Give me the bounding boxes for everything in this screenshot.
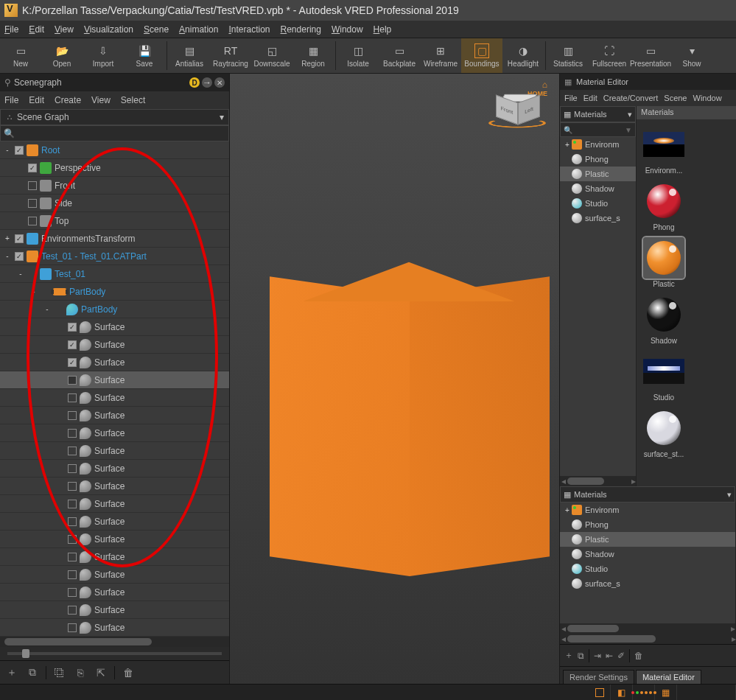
toolbar-region[interactable]: ▦Region xyxy=(292,38,334,73)
material-row[interactable]: Phong xyxy=(560,517,735,532)
tree-row[interactable]: Front xyxy=(0,177,229,195)
visibility-checkbox[interactable] xyxy=(68,535,77,544)
expand-icon[interactable]: + xyxy=(3,234,12,242)
menu-file[interactable]: File xyxy=(4,24,18,35)
material-row[interactable]: Phong xyxy=(560,152,636,167)
materials-tree[interactable]: +EnvironmPhongPlasticShadowStudiosurface… xyxy=(560,137,636,476)
material-row[interactable]: Plastic xyxy=(560,167,636,181)
toolbar-antialias[interactable]: ▤Antialias xyxy=(169,38,210,73)
visibility-checkbox[interactable]: ✓ xyxy=(15,252,24,261)
ungroup-icon[interactable]: ⎘ xyxy=(73,665,88,680)
visibility-checkbox[interactable]: ✓ xyxy=(15,146,24,155)
visibility-checkbox[interactable] xyxy=(68,411,77,420)
tree-row[interactable]: Surface xyxy=(0,389,229,407)
filter-icon[interactable]: ▼ xyxy=(625,126,632,134)
visibility-checkbox[interactable] xyxy=(68,570,77,579)
me-menu-file[interactable]: File xyxy=(564,94,578,102)
visibility-checkbox[interactable] xyxy=(68,606,77,615)
tree-row[interactable]: Surface xyxy=(0,371,229,389)
tree-row[interactable]: -✓Root xyxy=(0,141,229,159)
sg-menu-select[interactable]: Select xyxy=(121,95,145,105)
menu-visualization[interactable]: Visualization xyxy=(84,24,133,35)
pick-icon[interactable]: ✐ xyxy=(617,651,625,661)
toolbar-boundings[interactable]: ▢Boundings xyxy=(461,38,502,73)
expand-icon[interactable]: + xyxy=(563,506,572,514)
viewport[interactable]: ⌂ HOME Front Left xyxy=(230,74,559,684)
materials-search[interactable]: 🔍 ▼ xyxy=(560,122,636,137)
close-icon[interactable]: ✕ xyxy=(214,77,225,88)
status-grid-icon[interactable]: ▦ xyxy=(655,685,677,701)
menu-scene[interactable]: Scene xyxy=(144,24,169,35)
toolbar-open[interactable]: 📂Open xyxy=(41,38,83,73)
tree-row[interactable]: Surface xyxy=(0,424,229,442)
expand-icon[interactable]: - xyxy=(29,287,38,295)
toolbar-backplate[interactable]: ▭Backplate xyxy=(379,38,420,73)
tree-row[interactable]: Surface xyxy=(0,619,229,637)
menu-window[interactable]: Window xyxy=(332,24,363,35)
scenegraph-tree[interactable]: -✓Root✓PerspectiveFrontSideTop+✓Environm… xyxy=(0,141,229,637)
material-row[interactable]: surface_s xyxy=(560,576,735,591)
tree-h-scrollbar[interactable] xyxy=(0,637,229,647)
gallery-item[interactable]: Studio xyxy=(641,351,687,402)
duplicate-icon[interactable]: ⧉ xyxy=(25,665,40,680)
tree-row[interactable]: -PartBody xyxy=(0,283,229,301)
toolbar-new[interactable]: ▭New xyxy=(0,38,41,73)
gallery-item[interactable]: surface_st... xyxy=(641,407,687,458)
me-tree2-h-scroll[interactable]: ◂▸ xyxy=(560,623,735,634)
tree-row[interactable]: Surface xyxy=(0,548,229,566)
sg-menu-edit[interactable]: Edit xyxy=(29,95,44,105)
gallery-item[interactable]: Shadow xyxy=(641,294,687,345)
tree-row[interactable]: Surface xyxy=(0,407,229,424)
tree-row[interactable]: ✓Surface xyxy=(0,336,229,354)
tree-row[interactable]: Top xyxy=(0,212,229,230)
reparent-icon[interactable]: ⇱ xyxy=(94,665,108,680)
tab-material-editor[interactable]: Material Editor xyxy=(636,670,701,684)
visibility-checkbox[interactable] xyxy=(68,623,77,632)
tree-row[interactable]: ✓Surface xyxy=(0,318,229,336)
trash-icon[interactable]: 🗑 xyxy=(634,651,643,661)
tree-row[interactable]: Surface xyxy=(0,460,229,477)
materials-dropdown[interactable]: ▦ Materials ▾ xyxy=(560,106,636,122)
visibility-checkbox[interactable] xyxy=(28,217,37,225)
status-icon-2[interactable]: ◧ xyxy=(611,685,633,701)
material-row[interactable]: Studio xyxy=(560,196,636,211)
visibility-checkbox[interactable]: ✓ xyxy=(68,358,77,367)
home-icon[interactable]: ⌂ xyxy=(542,80,547,90)
tree-row[interactable]: +✓EnvironmentsTransform xyxy=(0,230,229,248)
tree-row[interactable]: ✓Surface xyxy=(0,354,229,371)
tree-row[interactable]: Surface xyxy=(0,442,229,460)
view-cube[interactable]: ⌂ HOME Front Left xyxy=(496,80,547,128)
tree-row[interactable]: -PartBody xyxy=(0,301,229,318)
visibility-checkbox[interactable]: ✓ xyxy=(68,340,77,349)
tree-row[interactable]: Surface xyxy=(0,601,229,619)
arrow-right-icon[interactable]: → xyxy=(202,77,212,88)
toolbar-raytracing[interactable]: RTRaytracing xyxy=(210,38,251,73)
visibility-checkbox[interactable]: ✓ xyxy=(15,234,24,243)
material-row[interactable]: Plastic xyxy=(560,532,735,547)
visibility-checkbox[interactable]: ✓ xyxy=(68,323,77,332)
expand-icon[interactable]: - xyxy=(43,305,52,313)
tree-row[interactable]: Surface xyxy=(0,477,229,495)
tree-row[interactable]: Surface xyxy=(0,566,229,584)
menu-interaction[interactable]: Interaction xyxy=(228,24,270,35)
me-menu-scene[interactable]: Scene xyxy=(664,94,687,102)
visibility-checkbox[interactable]: ✓ xyxy=(28,164,37,172)
me-menu-create-convert[interactable]: Create/Convert xyxy=(603,94,659,102)
visibility-checkbox[interactable] xyxy=(68,553,77,561)
group-icon[interactable]: ⿻ xyxy=(52,665,67,680)
status-icon-1[interactable] xyxy=(589,685,611,701)
menu-help[interactable]: Help xyxy=(374,24,392,35)
toolbar-import[interactable]: ⇩Import xyxy=(83,38,124,73)
material-row[interactable]: Shadow xyxy=(560,181,636,196)
menu-edit[interactable]: Edit xyxy=(29,24,44,35)
toolbar-presentation[interactable]: ▭Presentation xyxy=(630,38,671,73)
toolbar-fullscreen[interactable]: ⛶Fullscreen xyxy=(589,38,630,73)
materials-tree-2[interactable]: +EnvironmPhongPlasticShadowStudiosurface… xyxy=(560,503,735,623)
select-from-icon[interactable]: ⇤ xyxy=(606,651,613,661)
me-panel-h-scroll[interactable]: ◂▸ xyxy=(560,634,736,644)
expand-icon[interactable]: - xyxy=(3,146,12,154)
gallery-item[interactable]: Environm... xyxy=(641,124,687,175)
visibility-checkbox[interactable] xyxy=(28,181,37,190)
sg-menu-file[interactable]: File xyxy=(4,95,18,105)
add-icon[interactable]: ＋ xyxy=(4,665,19,680)
